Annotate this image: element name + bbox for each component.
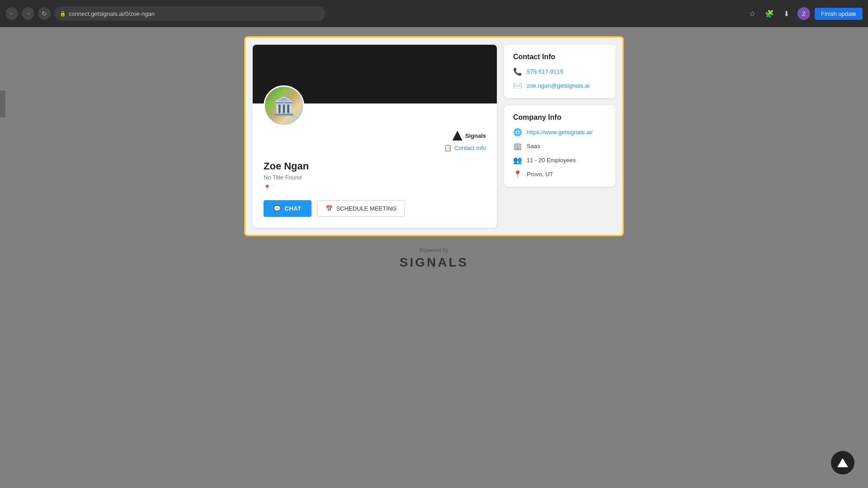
fab-triangle-icon — [837, 458, 848, 467]
company-website[interactable]: https://www.getsignals.ai/ — [527, 129, 593, 136]
building-icon: 🏢 — [513, 142, 522, 150]
contact-info-link[interactable]: 📋 Contact Info — [264, 144, 486, 151]
lock-icon: 🔒 — [60, 11, 66, 17]
page-body: Signals 📋 Contact Info Zoe Ngan No Title… — [0, 27, 868, 488]
avatar-image — [265, 87, 303, 125]
globe-icon: 🌐 — [513, 128, 522, 136]
download-button[interactable]: ⬇ — [780, 7, 793, 20]
browser-right-actions: ☆ 🧩 ⬇ Z Finish update — [746, 7, 863, 20]
chat-icon: 💬 — [274, 205, 281, 212]
people-icon: 👥 — [513, 156, 522, 164]
phone-icon: 📞 — [513, 67, 522, 76]
signals-brand: SIGNALS — [400, 255, 468, 270]
widget-container: Signals 📋 Contact Info Zoe Ngan No Title… — [244, 36, 624, 236]
company-info-card: Company Info 🌐 https://www.getsignals.ai… — [504, 105, 615, 187]
company-industry: Saas — [527, 143, 540, 150]
industry-row: 🏢 Saas — [513, 142, 606, 150]
bookmark-button[interactable]: ☆ — [746, 7, 759, 20]
profile-location: 📍 — [264, 184, 486, 191]
signals-logo-icon — [453, 131, 462, 141]
signals-row: Signals — [264, 131, 486, 141]
refresh-button[interactable]: ↻ — [38, 7, 51, 20]
schedule-button[interactable]: 📅 SCHEDULE MEETING — [317, 200, 406, 217]
phone-row: 📞 575-517-9115 — [513, 67, 606, 76]
url-bar[interactable]: 🔒 connect.getsignals.ai/0/zoe-ngan — [54, 6, 326, 21]
schedule-label: SCHEDULE MEETING — [336, 205, 397, 212]
contact-info-card: Contact Info 📞 575-517-9115 ✉️ zoe.ngan@… — [504, 45, 615, 98]
location-icon: 📍 — [513, 170, 522, 178]
browser-chrome: ← → ↻ 🔒 connect.getsignals.ai/0/zoe-ngan… — [0, 0, 868, 27]
email-row: ✉️ zoe.ngan@getsignals.ai — [513, 81, 606, 90]
employees-row: 👥 11 - 20 Employees — [513, 156, 606, 164]
company-employees: 11 - 20 Employees — [527, 157, 576, 164]
location-pin-icon: 📍 — [264, 184, 271, 191]
email-address[interactable]: zoe.ngan@getsignals.ai — [527, 82, 590, 89]
company-location: Provo, UT — [527, 171, 553, 178]
profile-actions: 💬 CHAT 📅 SCHEDULE MEETING — [264, 200, 486, 217]
chat-label: CHAT — [285, 205, 302, 212]
powered-by-label: Powered by — [400, 247, 468, 253]
phone-number[interactable]: 575-517-9115 — [527, 68, 563, 75]
finish-update-button[interactable]: Finish update — [815, 8, 863, 20]
signals-label: Signals — [465, 132, 486, 139]
url-text: connect.getsignals.ai/0/zoe-ngan — [69, 10, 155, 17]
profile-icon[interactable]: Z — [797, 7, 810, 20]
extensions-button[interactable]: 🧩 — [763, 7, 776, 20]
powered-by-section: Powered by SIGNALS — [400, 247, 468, 270]
company-info-title: Company Info — [513, 113, 606, 122]
forward-button[interactable]: → — [22, 7, 34, 20]
back-button[interactable]: ← — [5, 7, 18, 20]
signals-fab-button[interactable] — [831, 451, 854, 474]
contact-info-link-text: Contact Info — [454, 145, 486, 151]
chat-button[interactable]: 💬 CHAT — [264, 200, 311, 217]
info-panel: Contact Info 📞 575-517-9115 ✉️ zoe.ngan@… — [504, 45, 615, 228]
website-row: 🌐 https://www.getsignals.ai/ — [513, 128, 606, 136]
company-location-row: 📍 Provo, UT — [513, 170, 606, 178]
email-icon: ✉️ — [513, 81, 522, 90]
profile-avatar-wrap — [264, 85, 304, 126]
profile-name: Zoe Ngan — [264, 160, 486, 172]
contact-info-title: Contact Info — [513, 53, 606, 61]
calendar-icon: 📅 — [326, 205, 333, 212]
profile-avatar — [264, 85, 304, 126]
profile-card: Signals 📋 Contact Info Zoe Ngan No Title… — [253, 45, 497, 228]
profile-title: No Title Found — [264, 174, 486, 181]
profile-header-bg — [253, 45, 497, 103]
left-edge-bar — [0, 90, 5, 117]
